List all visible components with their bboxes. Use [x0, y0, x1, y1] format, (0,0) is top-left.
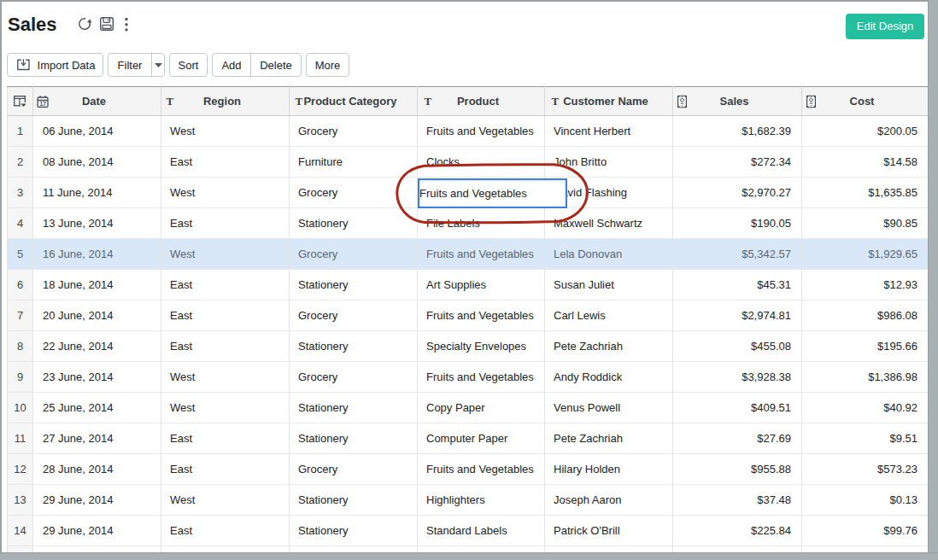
svg-text:T: T: [425, 96, 432, 107]
svg-text:T: T: [296, 96, 303, 107]
svg-text:T: T: [167, 96, 174, 107]
svg-text:T: T: [552, 96, 560, 107]
svg-text:17: 17: [40, 100, 47, 106]
